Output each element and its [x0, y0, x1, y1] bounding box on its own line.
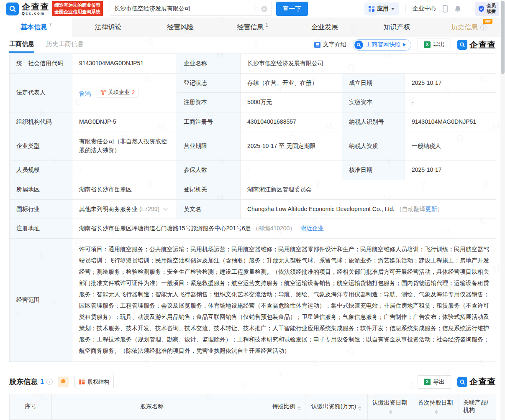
shareholders-table: 序号 股东名称 持股比例 认缴出资额(万元) 认缴出资日期 首次持股日期 关联产… — [9, 394, 496, 420]
qcc-logo-text[interactable]: 企查查 Qcc.com — [22, 3, 49, 15]
related-companies-label: 关联企业 — [108, 88, 130, 97]
table-row: 人员规模 - 参保人数 - 核准日期 2025-10-17 — [10, 160, 496, 180]
field-value-authority: 湖南湘江新区管理委员会 — [241, 180, 496, 199]
sort-icon[interactable] — [297, 406, 301, 410]
field-value-industry: 其他未列明商务服务业 (L7299) — [72, 199, 177, 219]
tab-basic-info[interactable]: 基本信息 7 — [0, 18, 72, 37]
field-label-tax-quality: 纳税人资质 — [342, 132, 405, 160]
subtab-history-business-info[interactable]: 历史工商信息 — [46, 37, 84, 53]
qcc-logo-icon[interactable] — [6, 3, 19, 15]
official-snapshot-button[interactable]: 工商官网快照 — [353, 39, 411, 51]
search-button[interactable]: 查一下 — [276, 2, 308, 16]
qcc-logo-text: 企查查 — [469, 39, 496, 51]
related-companies-badge[interactable]: 关联企业 2 — [97, 87, 138, 98]
nearby-companies-link[interactable]: 附近企业 — [300, 225, 324, 232]
scrollbar-track[interactable] — [500, 0, 505, 420]
table-row: 国标行业 其他未列明商务服务业 (L7299) 英文名 Changsha Low… — [10, 199, 496, 219]
info-circle-icon[interactable]: i — [480, 24, 487, 31]
tab-legal-litigation[interactable]: 法律诉讼 — [72, 18, 144, 37]
member-renew-button[interactable]: 会员 续费 — [475, 2, 499, 16]
magnifier-icon — [9, 5, 16, 13]
info-circle-icon[interactable]: i — [46, 379, 53, 385]
member-label-line2: 续费 — [487, 9, 496, 15]
monitor-bell-button[interactable] — [58, 377, 69, 387]
divider — [405, 5, 406, 13]
equity-structure-button[interactable]: 股权结构 — [74, 376, 114, 388]
col-header-label: 首次持股日期 — [418, 399, 453, 406]
field-label-tax-id: 纳税人识别号 — [342, 112, 405, 132]
field-label-reg-capital: 注册资本 — [177, 93, 241, 112]
field-value-uscc: 91430104MAG0DNJP51 — [72, 54, 177, 74]
col-header-first-date[interactable]: 首次持股日期 — [412, 394, 459, 419]
field-label-industry: 国标行业 — [10, 199, 72, 219]
tab-label: 历史信息 — [451, 23, 478, 32]
search-input[interactable] — [114, 5, 261, 12]
field-value-address: 湖南省长沙市岳麓区坪塘街道石门塘路15号旅游服务中心201号6层 （邮编4102… — [72, 219, 496, 239]
shareholders-header: 股东信息 1 i 股权结构 X 导出 企查查 — [9, 375, 496, 389]
org-chart-icon — [79, 379, 85, 385]
export-button[interactable]: X 导出 — [418, 375, 451, 389]
clear-search-icon[interactable]: ✕ — [261, 6, 267, 12]
slogan-line2: 全国企业信用查询系统 — [54, 9, 100, 15]
col-header-related: 关联产品/机构 — [459, 394, 496, 419]
tab-history-info[interactable]: VIP 历史信息 i — [433, 18, 505, 37]
english-name: Changsha Low Altitude Economic Developme… — [247, 206, 395, 212]
excel-icon: X — [424, 41, 431, 48]
qcc-watermark-logo: 企查查 — [457, 39, 496, 51]
table-header-row: 序号 股东名称 持股比例 认缴出资额(万元) 认缴出资日期 首次持股日期 关联产… — [10, 394, 496, 419]
apps-menu-button[interactable]: 应用 — [364, 3, 399, 15]
sort-icon[interactable] — [435, 410, 438, 414]
scrollbar-thumb[interactable] — [501, 1, 505, 74]
text-intro-button[interactable]: 文字介绍 — [314, 41, 346, 48]
translate-update-link[interactable]: 更新 — [426, 206, 437, 212]
field-value-company-type: 有限责任公司（非自然人投资或控股的法人独资） — [72, 132, 177, 160]
business-info-table: 统一社会信用代码 91430104MAG0DNJP51 企业名称 长沙市低空经济… — [9, 53, 496, 362]
subtab-business-info[interactable]: 工商信息 — [9, 37, 34, 53]
field-value-english-name: Changsha Low Altitude Economic Developme… — [241, 199, 496, 219]
qcc-logo-text: 企查查 — [469, 376, 496, 387]
tab-company-development[interactable]: 企业发展 — [289, 18, 361, 37]
field-value-region: 湖南省长沙市岳麓区 — [72, 180, 177, 199]
field-label-legal-rep: 法定代表人 — [10, 73, 72, 112]
field-value-reg-no: 430104001688557 — [241, 112, 342, 132]
sort-icon[interactable] — [389, 410, 392, 414]
export-button[interactable]: X 导出 — [418, 38, 451, 51]
enterprise-center-link[interactable]: 企业中心 — [413, 5, 436, 13]
sort-icon[interactable] — [358, 406, 361, 410]
field-label-status: 登记状态 — [177, 73, 241, 93]
col-header-ratio[interactable]: 持股比例 — [252, 394, 305, 419]
legal-rep-link[interactable]: 鲁鸿 — [79, 90, 91, 97]
logo-subtitle: Qcc.com — [22, 12, 49, 15]
field-value-term: 2025-10-17 至 无固定期限 — [241, 132, 342, 160]
col-header-subscribe-date[interactable]: 认缴出资日期 — [368, 394, 412, 419]
vip-badge: VIP — [483, 19, 492, 24]
chevron-down-icon[interactable] — [164, 206, 168, 210]
field-value-business-scope: 许可项目：通用航空服务；公共航空运输；民用机场运营；民用航空器维修；民用航空器零… — [72, 238, 496, 361]
logo-title: 企查查 — [22, 3, 49, 11]
search-box[interactable]: ✕ — [110, 2, 272, 16]
field-value-org-code: MAG0DNJP-5 — [72, 112, 177, 132]
field-value-insured: - — [241, 160, 342, 180]
field-label-paid-capital: 实缴资本 — [342, 93, 405, 112]
bell-icon — [60, 379, 66, 385]
network-icon — [100, 90, 106, 95]
divider — [468, 5, 468, 13]
mobile-phone-icon[interactable] — [443, 5, 448, 13]
shareholders-count: 1 — [40, 378, 44, 386]
field-value-established: 2025-10-17 — [405, 73, 496, 93]
slogan-line1: 缔造有远见的商业传奇 — [54, 2, 100, 9]
tab-operation-info[interactable]: 经营信息 1 — [216, 18, 288, 37]
tab-count: 1 — [265, 22, 268, 28]
tab-intellectual-property[interactable]: 知识产权 — [361, 18, 433, 37]
notification-bell-icon[interactable] — [454, 5, 461, 13]
field-label-approval-date: 核准日期 — [342, 160, 405, 180]
field-label-org-code: 组织机构代码 — [10, 112, 72, 132]
auto-translate-note-end: ） — [437, 206, 443, 212]
industry-code: (L7299) — [139, 206, 159, 212]
field-label-reg-no: 工商注册号 — [177, 112, 241, 132]
col-header-amount[interactable]: 认缴出资额(万元) — [305, 394, 368, 419]
field-label-english-name: 英文名 — [177, 199, 241, 219]
tab-operation-risk[interactable]: 经营风险 — [144, 18, 216, 37]
address-zip: （邮编410200） — [253, 225, 296, 232]
shareholders-title: 股东信息 — [9, 377, 38, 387]
